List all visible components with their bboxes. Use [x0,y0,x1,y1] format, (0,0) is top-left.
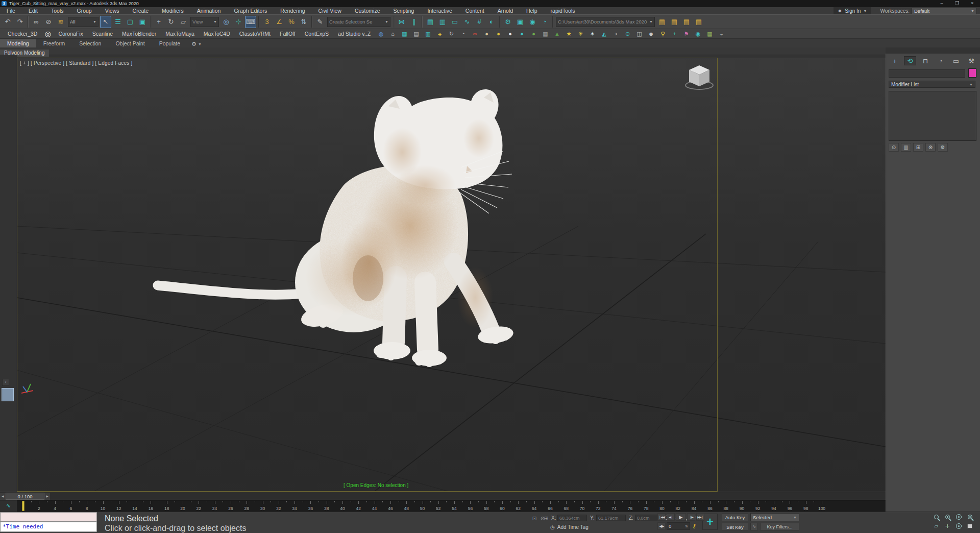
viewport-layout-tab[interactable] [2,388,14,401]
tiger-cub-model[interactable] [158,89,514,367]
plugin-icon-rotate[interactable]: ↻ [447,30,456,38]
plugin-icon-sun[interactable]: ☀ [576,30,585,38]
menu-modifiers[interactable]: Modifiers [155,7,190,14]
rectangular-selection-region-button[interactable]: ▢ [125,16,136,28]
mini-curve-editor-button[interactable]: ∿ [0,500,17,512]
remove-modifier-button[interactable]: ⊗ [925,143,936,152]
plugin-icon-cone[interactable]: ◭ [600,30,608,38]
menu-views[interactable]: Views [99,7,126,14]
menu-arnold[interactable]: Arnold [491,7,520,14]
plugin-button-ad-studio-v-z[interactable]: ad Studio v..Z [333,30,375,38]
ribbon-tab-freeform[interactable]: Freeform [36,39,72,47]
plugin-button-falloff[interactable]: FallOff [275,30,300,38]
pin-stack-button[interactable]: ⊙ [889,143,899,152]
auto-key-button[interactable]: Auto Key [722,513,748,521]
current-frame-field[interactable]: 0 ⇅ [667,522,690,530]
angle-snap-toggle[interactable]: ∠ [274,16,285,28]
select-object-button[interactable]: ↖ [100,16,111,28]
plugin-icon-cross[interactable]: + [670,30,679,38]
go-to-end-button[interactable]: ▶▶❘ [696,513,704,521]
next-frame-button[interactable]: ❘▶ [687,513,695,521]
plugin-icon-sphere-beige[interactable]: ● [482,30,491,38]
menu-scripting[interactable]: Scripting [387,7,421,14]
menu-help[interactable]: Help [520,7,544,14]
render-setup-button[interactable]: ⚙ [502,16,513,28]
go-to-start-button[interactable]: ❘◀◀ [657,513,666,521]
previous-frame-button[interactable]: ◀❘ [667,513,675,521]
menu-graph-editors[interactable]: Graph Editors [227,7,274,14]
ribbon-tab-modeling[interactable]: Modeling [0,39,36,47]
plugin-button-checker-3d[interactable]: Checker_3D [3,30,42,38]
viewport-layout-collapse-button[interactable]: ‹ [2,379,9,386]
transform-type-in-icon[interactable]: ⊞ [543,515,550,522]
menu-customize[interactable]: Customize [348,7,387,14]
zoom-all-icon[interactable] [942,513,952,521]
select-and-scale-button[interactable]: ▱ [178,16,189,28]
ribbon-tab-object-paint[interactable]: Object Paint [108,39,152,47]
plugin-icon-bulb[interactable]: ⚹ [435,30,444,38]
menu-rapidtools[interactable]: rapidTools [544,7,582,14]
plugin-icon-sphere-teal[interactable]: ● [518,30,526,38]
zoom-region-icon[interactable]: ▱ [931,522,941,530]
edit-named-selection-sets-button[interactable]: ✎ [314,16,326,28]
menu-create[interactable]: Create [126,7,156,14]
toggle-layer-explorer-button[interactable]: ▥ [437,16,448,28]
modifier-stack[interactable] [889,91,976,141]
maxscript-mini-listener-macro[interactable] [0,512,97,522]
close-button[interactable]: × [965,0,980,7]
plugin-icon-vr[interactable]: ∞ [471,30,479,38]
percent-snap-toggle[interactable]: % [286,16,297,28]
toggle-scene-explorer-button[interactable]: ▤ [425,16,436,28]
default-tangent-icon[interactable]: ∿ [750,523,758,530]
maximize-viewport-toggle-icon[interactable] [965,522,975,530]
plugin-icon-grid2[interactable]: ▦ [705,30,714,38]
menu-tools[interactable]: Tools [44,7,70,14]
menu-edit[interactable]: Edit [22,7,44,14]
plugin-icon-render[interactable]: ◉ [694,30,702,38]
ribbon-config-button[interactable]: ⚙▼ [187,41,206,47]
play-button[interactable]: ▶ [676,513,686,521]
plugin-icon-clock[interactable]: ◔ [459,30,468,38]
menu-animation[interactable]: Animation [190,7,228,14]
project-folder-dropdown[interactable]: C:\Users\art30\Documents\3ds Max 2020▼ [556,17,655,27]
folder-action-2-button[interactable]: ▤ [669,16,680,28]
zoom-extents-icon[interactable] [953,513,964,521]
menu-file[interactable]: File [0,7,22,14]
menu-interactive[interactable]: Interactive [421,7,458,14]
align-button[interactable]: ∥ [408,16,420,28]
hierarchy-tab[interactable]: ⊓ [919,56,932,65]
bind-to-space-warp-button[interactable]: ≋ [55,16,66,28]
select-and-link-button[interactable]: ∞ [31,16,42,28]
workspaces-dropdown[interactable]: Default ▼ [912,8,977,14]
curve-editor-button[interactable]: ∿ [461,16,473,28]
menu-group[interactable]: Group [70,7,99,14]
folder-action-1-button[interactable]: ▤ [656,16,668,28]
plugin-icon-half[interactable]: ◑ [611,30,620,38]
viewport-label[interactable]: [ + ] [ Perspective ] [ Standard ] [ Edg… [20,60,132,66]
pan-hand-icon[interactable]: ✛ [942,522,952,530]
minimize-button[interactable]: – [934,0,949,7]
z-coord-field[interactable]: 0,0cm [635,515,659,521]
menu-content[interactable]: Content [459,7,491,14]
plugin-icon-sphere-green[interactable]: ● [529,30,538,38]
plugin-icon-home[interactable]: ⌂ [388,30,397,38]
select-and-manipulate-button[interactable]: ⊹ [233,16,244,28]
sign-in-button[interactable]: ☻ Sign In ▼ [834,7,871,14]
mirror-button[interactable]: ⋈ [396,16,407,28]
plugin-icon-sphere-white[interactable]: ● [506,30,514,38]
configure-modifier-sets-button[interactable]: ⚙ [938,143,948,152]
display-tab[interactable]: ▭ [950,56,962,65]
menu-rendering[interactable]: Rendering [274,7,311,14]
key-filters-button[interactable]: Key Filters... [760,523,799,530]
plugin-button-coronafix[interactable]: CoronaFix [54,30,87,38]
toggle-ribbon-button[interactable]: ▭ [449,16,460,28]
plugin-icon-tree[interactable]: ▲ [553,30,561,38]
zoom-icon[interactable] [931,513,941,521]
material-editor-button[interactable]: ◐ [486,16,497,28]
plugin-icon-flag[interactable]: ⚑ [682,30,691,38]
plugin-icon-card[interactable]: ◫ [635,30,644,38]
object-color-swatch[interactable] [968,68,976,78]
plugin-button-scanline[interactable]: Scanline [88,30,117,38]
menu-civil-view[interactable]: Civil View [312,7,348,14]
folder-action-3-button[interactable]: ▤ [681,16,692,28]
